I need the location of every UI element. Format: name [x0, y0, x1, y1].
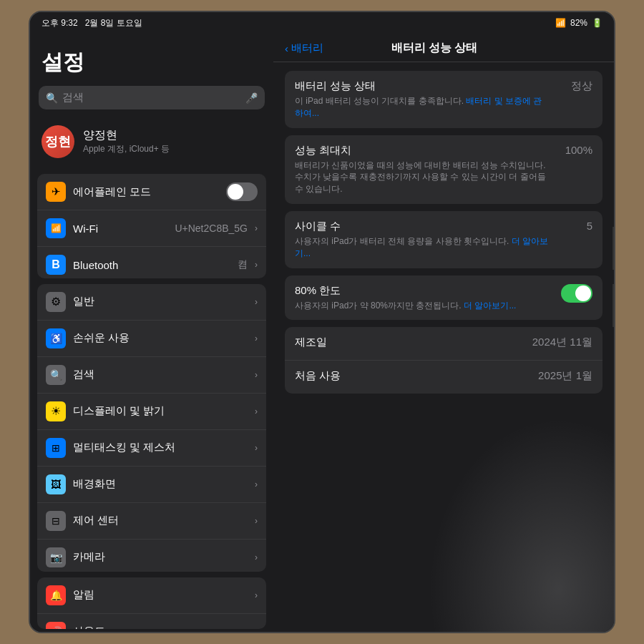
sidebar-item-sound[interactable]: 🔊 사운드 ›: [37, 614, 266, 629]
user-info: 양정현 Apple 계정, iCloud+ 등: [83, 128, 170, 155]
sound-icon: 🔊: [46, 622, 66, 629]
search-settings-icon: 🔍: [46, 365, 66, 385]
camera-icon: 📷: [46, 547, 66, 567]
wallpaper-chevron: ›: [255, 479, 258, 489]
first-use-row: 처음 사용 2025년 1월: [285, 361, 602, 394]
main-area: 설정 🔍 검색 🎤 정현 양정현 Apple 계정, iCloud+ 등 ✈ 에: [30, 34, 614, 632]
manufacture-row: 제조일 2024년 11월: [285, 327, 602, 361]
display-icon: ☀: [46, 401, 66, 421]
sidebar-item-multitask[interactable]: ⊞ 멀티태스킹 및 제스처 ›: [37, 430, 266, 467]
max-performance-row: 성능 최대치 배터리가 신품이었을 때의 성능에 대비한 배터리 성능 수치입니…: [285, 135, 602, 204]
accessibility-chevron: ›: [255, 333, 258, 343]
accessibility-icon: ♿: [46, 328, 66, 348]
user-profile[interactable]: 정현 양정현 Apple 계정, iCloud+ 등: [30, 118, 273, 165]
limit-toggle-knob: [575, 286, 591, 301]
sidebar-title: 설정: [30, 34, 273, 86]
right-panel: ‹ 배터리 배터리 성능 상태 배터리 성능 상태 이 iPad 배터리 성능이…: [273, 34, 614, 632]
user-name: 양정현: [83, 128, 170, 143]
sidebar-item-wifi[interactable]: 📶 Wi-Fi U+Net2C8B_5G ›: [37, 210, 266, 247]
wifi-chevron: ›: [255, 223, 258, 233]
avatar: 정현: [42, 125, 74, 158]
wifi-icon: 📶: [555, 18, 566, 28]
max-performance-value: 100%: [550, 144, 592, 156]
sidebar-item-alarm[interactable]: 🔔 알림 ›: [37, 577, 266, 614]
cycle-count-main: 사이클 수 사용자의 iPad가 배터리 전체 용량을 사용한 횟수입니다. 더…: [295, 220, 550, 260]
control-chevron: ›: [255, 516, 258, 526]
sidebar: 설정 🔍 검색 🎤 정현 양정현 Apple 계정, iCloud+ 등 ✈ 에: [30, 34, 273, 632]
alarm-icon: 🔔: [46, 585, 66, 605]
side-button[interactable]: [613, 227, 615, 270]
airplane-icon: ✈: [46, 182, 66, 202]
back-label: 배터리: [291, 42, 323, 55]
cycle-count-section: 사이클 수 사용자의 iPad가 배터리 전체 용량을 사용한 횟수입니다. 더…: [285, 211, 602, 268]
search-placeholder: 검색: [62, 91, 241, 104]
control-icon: ⊟: [46, 511, 66, 531]
sidebar-item-accessibility[interactable]: ♿ 손쉬운 사용 ›: [37, 321, 266, 357]
sidebar-item-display[interactable]: ☀ 디스플레이 및 밝기 ›: [37, 394, 266, 430]
microphone-icon: 🎤: [245, 92, 258, 104]
airplane-toggle[interactable]: [226, 182, 258, 201]
limit-toggle[interactable]: [561, 284, 592, 303]
dates-section: 제조일 2024년 11월 처음 사용 2025년 1월: [285, 327, 602, 394]
sidebar-item-wallpaper[interactable]: 🖼 배경화면 ›: [37, 467, 266, 503]
control-label: 제어 센터: [73, 514, 248, 527]
camera-label: 카메라: [73, 550, 248, 564]
multitask-label: 멀티태스킹 및 제스처: [73, 441, 248, 454]
search-bar[interactable]: 🔍 검색 🎤: [39, 86, 265, 109]
bluetooth-label: Bluetooth: [73, 259, 230, 271]
alarm-chevron: ›: [255, 590, 258, 600]
battery-health-label: 배터리 성능 상태: [295, 79, 550, 93]
wifi-value: U+Net2C8B_5G: [175, 223, 248, 234]
toggle-knob: [228, 184, 243, 200]
battery-health-main: 배터리 성능 상태 이 iPad 배터리 성능이 기대치를 충족합니다. 배터리…: [295, 79, 550, 119]
side-button-2[interactable]: [613, 284, 615, 327]
battery-health-row: 배터리 성능 상태 이 iPad 배터리 성능이 기대치를 충족합니다. 배터리…: [285, 71, 602, 128]
sidebar-item-bluetooth[interactable]: B Bluetooth 켬 ›: [37, 247, 266, 278]
manufacture-label: 제조일: [295, 336, 532, 349]
user-sub: Apple 계정, iCloud+ 등: [83, 143, 170, 155]
back-button[interactable]: ‹ 배터리: [285, 42, 323, 55]
sound-label: 사운드: [73, 625, 248, 629]
sound-chevron: ›: [255, 627, 258, 629]
sidebar-item-general[interactable]: ⚙ 일반 ›: [37, 284, 266, 321]
sidebar-item-camera[interactable]: 📷 카메라 ›: [37, 540, 266, 572]
first-use-value: 2025년 1월: [538, 369, 592, 383]
limit-desc: 사용자의 iPad가 약 80%까지만 충전됩니다. 더 알아보기...: [295, 300, 561, 312]
settings-group-connectivity: ✈ 에어플레인 모드 📶 Wi-Fi U+Net2C8B_5G › B Blue…: [37, 174, 266, 278]
search-icon: 🔍: [46, 92, 58, 104]
wallpaper-icon: 🖼: [46, 474, 66, 494]
max-performance-label: 성능 최대치: [295, 144, 550, 157]
wifi-label: Wi-Fi: [73, 223, 167, 235]
sidebar-item-control[interactable]: ⊟ 제어 센터 ›: [37, 503, 266, 540]
status-bar: 오후 9:32 2월 8일 토요일 📶 82% 🔋: [30, 12, 614, 34]
search-label: 검색: [73, 368, 248, 381]
bluetooth-value: 켬: [238, 258, 248, 271]
date-display: 2월 8일 토요일: [85, 18, 142, 28]
manufacture-value: 2024년 11월: [532, 336, 592, 349]
battery-health-section: 배터리 성능 상태 이 iPad 배터리 성능이 기대치를 충족합니다. 배터리…: [285, 71, 602, 128]
cycle-count-row: 사이클 수 사용자의 iPad가 배터리 전체 용량을 사용한 횟수입니다. 더…: [285, 211, 602, 268]
time-display: 오후 9:32: [42, 18, 78, 28]
bluetooth-chevron: ›: [255, 260, 258, 270]
first-use-label: 처음 사용: [295, 369, 538, 383]
cycle-count-link[interactable]: 더 알아보기...: [295, 236, 548, 258]
panel-content: 배터리 성능 상태 이 iPad 배터리 성능이 기대치를 충족합니다. 배터리…: [273, 62, 614, 632]
max-performance-main: 성능 최대치 배터리가 신품이었을 때의 성능에 대비한 배터리 성능 수치입니…: [295, 144, 550, 195]
wallpaper-label: 배경화면: [73, 477, 248, 491]
battery-health-link[interactable]: 배터리 및 보증에 관하여...: [295, 96, 542, 118]
battery-icon: 🔋: [592, 18, 602, 28]
cycle-count-value: 5: [550, 220, 592, 232]
sidebar-item-search[interactable]: 🔍 검색 ›: [37, 357, 266, 394]
limit-row: 80% 한도 사용자의 iPad가 약 80%까지만 충전됩니다. 더 알아보기…: [285, 275, 602, 321]
alarm-label: 알림: [73, 588, 248, 602]
panel-header: ‹ 배터리 배터리 성능 상태: [273, 34, 614, 62]
max-performance-desc: 배터리가 신품이었을 때의 성능에 대비한 배터리 성능 수치입니다. 수치가 …: [295, 160, 550, 195]
display-chevron: ›: [255, 406, 258, 416]
sidebar-item-airplane[interactable]: ✈ 에어플레인 모드: [37, 174, 266, 210]
status-indicators: 📶 82% 🔋: [555, 18, 602, 28]
airplane-label: 에어플레인 모드: [73, 185, 219, 199]
cycle-count-desc: 사용자의 iPad가 배터리 전체 용량을 사용한 횟수입니다. 더 알아보기.…: [295, 235, 550, 260]
battery-percent: 82%: [570, 18, 587, 28]
limit-link[interactable]: 더 알아보기...: [464, 301, 516, 311]
ipad-device: 오후 9:32 2월 8일 토요일 📶 82% 🔋 설정 🔍 검색 🎤 정현: [29, 11, 615, 633]
